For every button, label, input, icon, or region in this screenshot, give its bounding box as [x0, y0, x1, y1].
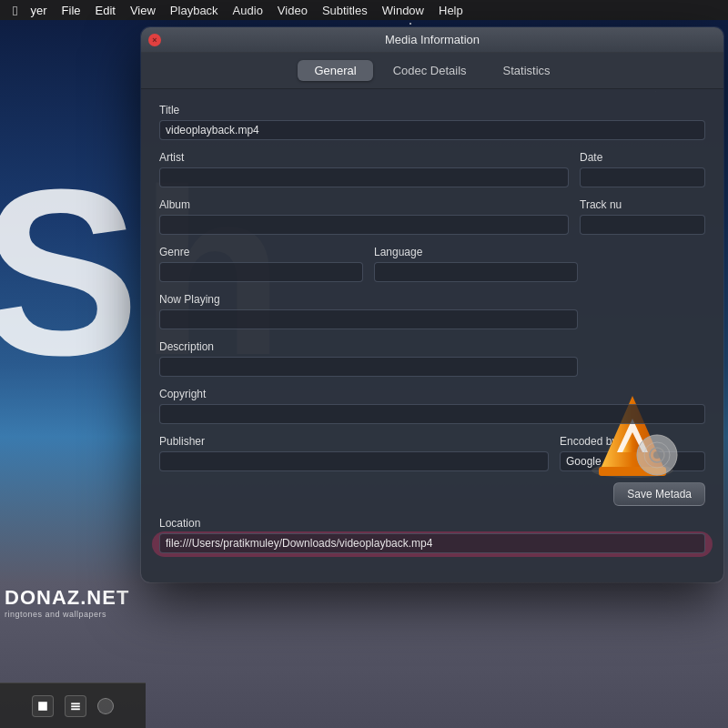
player-controls — [0, 682, 146, 728]
now-playing-label: Now Playing — [159, 293, 578, 306]
svg-rect-0 — [38, 702, 47, 711]
genre-language-row: Genre Language — [159, 246, 705, 293]
album-input[interactable] — [159, 215, 569, 235]
language-input[interactable] — [374, 262, 578, 282]
genre-field-row: Genre — [159, 246, 363, 282]
track-num-label: Track nu — [580, 198, 705, 211]
tab-codec-details[interactable]: Codec Details — [377, 60, 483, 81]
brand-subtitle: ringtones and wallpapers — [5, 610, 129, 619]
artist-date-row: Artist Date — [159, 151, 705, 198]
title-input[interactable] — [159, 120, 705, 140]
close-button[interactable]: × — [148, 34, 161, 46]
svg-rect-1 — [71, 703, 80, 704]
location-highlight — [159, 533, 705, 553]
copyright-input[interactable] — [159, 404, 705, 424]
track-num-field-row: Track nu — [580, 198, 705, 235]
description-input[interactable] — [159, 357, 578, 377]
menubar-player[interactable]: yer — [23, 0, 54, 20]
svg-rect-2 — [71, 705, 80, 707]
menubar-subtitles[interactable]: Subtitles — [315, 0, 375, 20]
dialog-titlebar: × Media Information — [141, 27, 723, 53]
menubar-video[interactable]: Video — [270, 0, 315, 20]
copyright-label: Copyright — [159, 388, 705, 400]
artist-field-row: Artist — [159, 151, 569, 187]
title-field-row: Title — [159, 104, 705, 140]
publisher-input[interactable] — [159, 451, 549, 471]
date-input[interactable] — [580, 167, 705, 187]
apple-menu[interactable]:  — [7, 0, 23, 20]
wallpaper-brand: DONAZ.NET ringtones and wallpapers — [5, 586, 129, 619]
description-field-row: Description — [159, 340, 705, 377]
dialog-title: Media Information — [385, 33, 480, 46]
brand-name: DONAZ.NET — [5, 586, 129, 610]
svg-rect-3 — [71, 708, 80, 710]
artist-input[interactable] — [159, 167, 569, 187]
now-playing-input[interactable] — [159, 309, 578, 329]
copyright-field-row: Copyright — [159, 388, 705, 424]
media-info-dialog: × Media Information General Codec Detail… — [141, 27, 723, 582]
album-track-row: Album Track nu — [159, 198, 705, 246]
svg-point-11 — [653, 451, 661, 459]
menubar-audio[interactable]: Audio — [226, 0, 270, 20]
stop-button[interactable] — [32, 695, 54, 717]
playlist-button[interactable] — [65, 695, 86, 717]
menubar-playback[interactable]: Playback — [163, 0, 226, 20]
genre-input[interactable] — [159, 262, 363, 282]
track-num-input[interactable] — [580, 215, 705, 235]
menubar:  yer File Edit View Playback Audio Vide… — [0, 0, 728, 20]
dialog-body: Title Artist Date Album Track nu — [141, 89, 723, 582]
album-field-row: Album — [159, 198, 569, 235]
date-field-row: Date — [580, 151, 705, 187]
genre-label: Genre — [159, 246, 363, 258]
publisher-field-row: Publisher — [159, 435, 549, 471]
menubar-window[interactable]: Window — [375, 0, 431, 20]
location-label: Location — [159, 517, 705, 530]
date-label: Date — [580, 151, 705, 164]
now-playing-field-row: Now Playing — [159, 293, 705, 329]
language-label: Language — [374, 246, 578, 258]
language-field-row: Language — [374, 246, 578, 282]
menubar-edit[interactable]: Edit — [88, 0, 123, 20]
tab-general[interactable]: General — [298, 60, 372, 81]
volume-control[interactable] — [97, 698, 114, 714]
location-input[interactable] — [159, 533, 705, 553]
publisher-label: Publisher — [159, 435, 549, 448]
menubar-view[interactable]: View — [123, 0, 163, 20]
album-label: Album — [159, 198, 569, 211]
location-field-row: Location — [159, 517, 705, 553]
menubar-help[interactable]: Help — [431, 0, 470, 20]
menubar-file[interactable]: File — [55, 0, 88, 20]
tab-statistics[interactable]: Statistics — [487, 60, 567, 81]
description-label: Description — [159, 340, 578, 353]
artist-label: Artist — [159, 151, 569, 164]
tab-bar: General Codec Details Statistics — [141, 53, 723, 89]
title-label: Title — [159, 104, 705, 116]
